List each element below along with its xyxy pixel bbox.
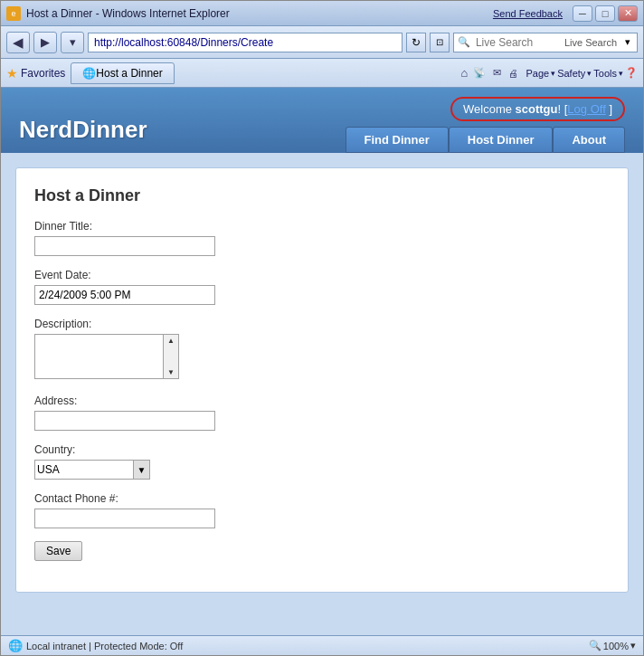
help-button[interactable]: ❓: [625, 67, 638, 79]
address-bar: ◀ ▶ ▾ ↻ ⊡ 🔍 Live Search ▾: [1, 26, 643, 59]
country-select-wrapper: USA UK Canada Australia ▼: [34, 460, 610, 480]
welcome-prefix: Welcome: [463, 102, 516, 116]
tools-label: Tools: [593, 68, 617, 79]
save-button-group: Save: [34, 541, 610, 561]
main-content: Host a Dinner Dinner Title: Event Date:: [1, 153, 643, 635]
nav-tab-find-dinner[interactable]: Find Dinner: [346, 127, 449, 153]
scroll-up-icon[interactable]: ▲: [167, 337, 175, 345]
favorites-star-icon: ★: [6, 66, 18, 81]
dinner-title-label: Dinner Title:: [34, 220, 610, 233]
tab-host-dinner[interactable]: 🌐 Host a Dinner: [71, 62, 174, 84]
address-label: Address:: [34, 395, 610, 407]
search-go-button[interactable]: ▾: [619, 33, 637, 52]
description-group: Description: ▲ ▼: [34, 318, 610, 382]
ie-icon: e: [6, 6, 21, 21]
contact-phone-label: Contact Phone #:: [34, 492, 610, 505]
back-button[interactable]: ◀: [6, 32, 30, 53]
contact-phone-group: Contact Phone #:: [34, 492, 610, 528]
country-select[interactable]: USA UK Canada Australia: [34, 460, 134, 480]
content-wrapper: Host a Dinner Dinner Title: Event Date:: [15, 167, 629, 593]
username: scottgu: [516, 102, 558, 116]
tab-icon: 🌐: [82, 67, 96, 80]
event-date-input[interactable]: [34, 285, 215, 305]
page-label: Page: [526, 68, 549, 79]
page-dropdown-icon: ▾: [551, 69, 555, 78]
event-date-label: Event Date:: [34, 269, 610, 281]
status-zone: Local intranet | Protected Mode: Off: [26, 641, 183, 651]
app-logo: NerdDinner: [19, 116, 147, 153]
status-right: 🔍 100% ▾: [589, 640, 636, 651]
safety-menu[interactable]: Safety ▾: [557, 68, 592, 79]
send-feedback-link[interactable]: Send Feedback: [493, 8, 563, 19]
address-group: Address:: [34, 395, 610, 431]
minimize-button[interactable]: ─: [573, 5, 592, 22]
country-dropdown-icon[interactable]: ▼: [134, 460, 150, 480]
host-dinner-form: Dinner Title: Event Date: Description:: [34, 220, 610, 561]
favorites-button[interactable]: ★ Favorites: [6, 66, 65, 81]
page-menu[interactable]: Page ▾: [526, 68, 555, 79]
toolbar: ★ Favorites 🌐 Host a Dinner ⌂ 📡 ✉ 🖨 Page…: [1, 59, 643, 88]
search-box: 🔍 Live Search ▾: [453, 33, 638, 52]
status-globe-icon: 🌐: [8, 639, 23, 652]
safety-dropdown-icon: ▾: [587, 69, 592, 78]
description-input[interactable]: [34, 334, 179, 379]
print-icon[interactable]: 🖨: [508, 68, 518, 79]
nav-tabs: Find Dinner Host Dinner About: [346, 127, 625, 153]
window-title: Host a Dinner - Windows Internet Explore…: [26, 7, 230, 20]
logoff-link[interactable]: Log Off: [567, 102, 605, 116]
zoom-level: 100%: [603, 641, 629, 651]
dropdown-button[interactable]: ▾: [61, 32, 84, 53]
save-button[interactable]: Save: [34, 541, 82, 561]
maximize-button[interactable]: □: [595, 5, 615, 22]
zoom-dropdown-icon: ▾: [630, 640, 636, 651]
status-bar: 🌐 Local intranet | Protected Mode: Off 🔍…: [1, 635, 643, 655]
help-icon: ❓: [625, 67, 638, 79]
feeds-icon[interactable]: 📡: [473, 67, 486, 79]
dinner-title-group: Dinner Title:: [34, 220, 610, 256]
toolbar-right: ⌂ 📡 ✉ 🖨 Page ▾ Safety ▾ Tools ▾ ❓: [461, 66, 638, 80]
zoom-button[interactable]: 🔍 100% ▾: [589, 640, 636, 651]
page-content: NerdDinner Welcome scottgu! [Log Off ] F…: [1, 88, 643, 635]
tools-menu[interactable]: Tools ▾: [593, 68, 623, 79]
tab-label: Host a Dinner: [96, 67, 162, 80]
welcome-suffix: ! [: [558, 102, 568, 116]
dinner-title-input[interactable]: [34, 236, 215, 256]
close-button[interactable]: ✕: [618, 5, 638, 22]
description-label: Description:: [34, 318, 610, 330]
live-search-icon: 🔍: [454, 36, 474, 48]
country-label: Country:: [34, 443, 610, 456]
nav-tab-host-dinner[interactable]: Host Dinner: [449, 127, 554, 153]
address-input[interactable]: [88, 33, 402, 52]
welcome-bar: Welcome scottgu! [Log Off ]: [450, 97, 625, 121]
event-date-group: Event Date:: [34, 269, 610, 305]
safety-label: Safety: [557, 68, 585, 79]
home-icon[interactable]: ⌂: [461, 66, 469, 80]
page-title: Host a Dinner: [34, 186, 610, 205]
refresh-button[interactable]: ↻: [406, 33, 426, 52]
live-search-label: Live Search: [564, 37, 619, 48]
tools-dropdown-icon: ▾: [619, 69, 623, 78]
description-textarea-wrapper: ▲ ▼: [34, 334, 179, 382]
nav-tab-about[interactable]: About: [553, 127, 625, 153]
compat-button[interactable]: ⊡: [430, 33, 450, 52]
zoom-icon: 🔍: [589, 640, 601, 651]
app-header: NerdDinner Welcome scottgu! [Log Off ] F…: [1, 88, 643, 153]
status-left: 🌐 Local intranet | Protected Mode: Off: [8, 639, 183, 652]
mail-icon[interactable]: ✉: [493, 67, 501, 79]
scroll-down-icon[interactable]: ▼: [167, 368, 175, 376]
logoff-suffix: ]: [606, 102, 612, 116]
contact-phone-input[interactable]: [34, 509, 215, 528]
country-group: Country: USA UK Canada Australia ▼: [34, 443, 610, 480]
search-input[interactable]: [474, 36, 564, 49]
textarea-scrollbar: ▲ ▼: [163, 334, 179, 379]
forward-button[interactable]: ▶: [33, 32, 57, 53]
favorites-label: Favorites: [21, 67, 65, 80]
title-bar: e Host a Dinner - Windows Internet Explo…: [1, 1, 643, 26]
address-input[interactable]: [34, 411, 215, 431]
